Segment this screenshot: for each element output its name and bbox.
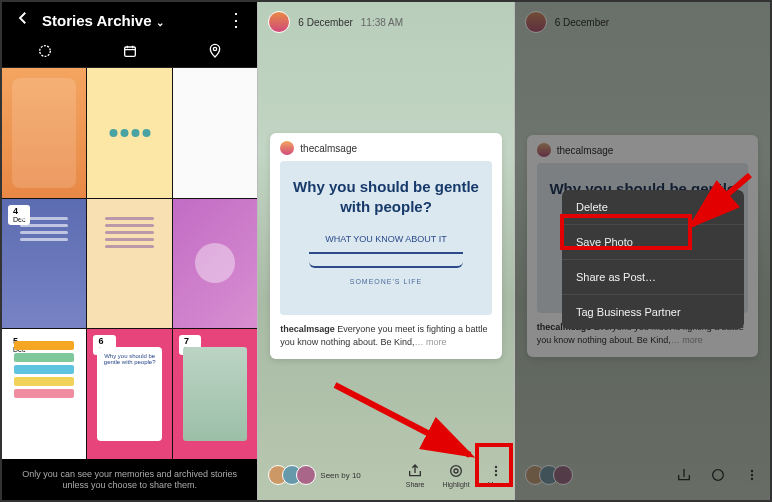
archive-title[interactable]: Stories Archive ⌄ [42, 12, 227, 29]
story-footer: Seen by 10 Share Highlight More [258, 450, 513, 500]
svg-point-6 [494, 469, 496, 471]
calendar-icon[interactable] [122, 43, 138, 63]
story-tile[interactable]: 4Dec [2, 199, 86, 329]
seen-by-label: Seen by 10 [320, 471, 360, 480]
story-card[interactable]: thecalmsage Why you should be gentle wit… [270, 133, 501, 358]
svg-point-0 [39, 45, 50, 56]
story-date: 6 December [298, 17, 352, 28]
archive-panel: Stories Archive ⌄ ⋮ 4Dec 5Dec 6Dec Why y… [2, 2, 258, 500]
svg-point-11 [751, 478, 753, 480]
archive-grid: 4Dec 5Dec 6Dec Why you should be gentle … [2, 68, 257, 459]
svg-point-10 [751, 474, 753, 476]
story-tile[interactable] [87, 68, 171, 198]
reload-icon[interactable] [37, 43, 53, 63]
avatar[interactable] [268, 11, 290, 33]
story-tile[interactable] [87, 199, 171, 329]
story-body: thecalmsage Why you should be gentle wit… [258, 42, 513, 450]
svg-point-3 [451, 465, 462, 476]
more-link[interactable]: … more [414, 337, 446, 347]
post-heading: Why you should be gentle with people? [290, 177, 481, 216]
kebab-icon[interactable]: ⋮ [227, 9, 245, 31]
post-author[interactable]: thecalmsage [280, 141, 491, 155]
story-tile[interactable] [2, 68, 86, 198]
svg-point-5 [494, 465, 496, 467]
seen-by-avatars[interactable] [268, 465, 310, 485]
story-tile[interactable] [173, 68, 257, 198]
menu-tag-business[interactable]: Tag Business Partner [562, 295, 744, 329]
story-tile[interactable]: 6Dec Why you should be gentle with peopl… [87, 329, 171, 459]
post-caption: thecalmsage Everyone you meet is fightin… [280, 323, 491, 348]
story-tile[interactable]: 7Dec [173, 329, 257, 459]
story-tile[interactable] [173, 199, 257, 329]
svg-point-7 [494, 473, 496, 475]
archive-footer-text: Only you can see your memories and archi… [2, 459, 257, 500]
archive-tabs [2, 38, 257, 68]
story-time: 11:38 AM [361, 17, 403, 28]
story-header: 6 December 11:38 AM [258, 2, 513, 42]
share-button[interactable]: Share [406, 463, 425, 488]
svg-point-9 [751, 470, 753, 472]
story-view-panel: 6 December 11:38 AM thecalmsage Why you … [258, 2, 514, 500]
more-button[interactable]: More [488, 463, 504, 488]
archive-header: Stories Archive ⌄ ⋮ [2, 2, 257, 38]
menu-save-photo[interactable]: Save Photo [562, 225, 744, 260]
post-image: Why you should be gentle with people? WH… [280, 161, 491, 315]
svg-point-4 [454, 469, 458, 473]
story-tile[interactable]: 5Dec [2, 329, 86, 459]
menu-share-as-post[interactable]: Share as Post… [562, 260, 744, 295]
context-menu: Delete Save Photo Share as Post… Tag Bus… [562, 190, 744, 329]
svg-rect-1 [124, 47, 135, 56]
menu-delete[interactable]: Delete [562, 190, 744, 225]
highlight-button[interactable]: Highlight [442, 463, 469, 488]
location-icon[interactable] [207, 43, 223, 63]
author-avatar [280, 141, 294, 155]
svg-point-2 [213, 47, 216, 50]
back-icon[interactable] [14, 9, 32, 31]
svg-point-8 [713, 470, 724, 481]
